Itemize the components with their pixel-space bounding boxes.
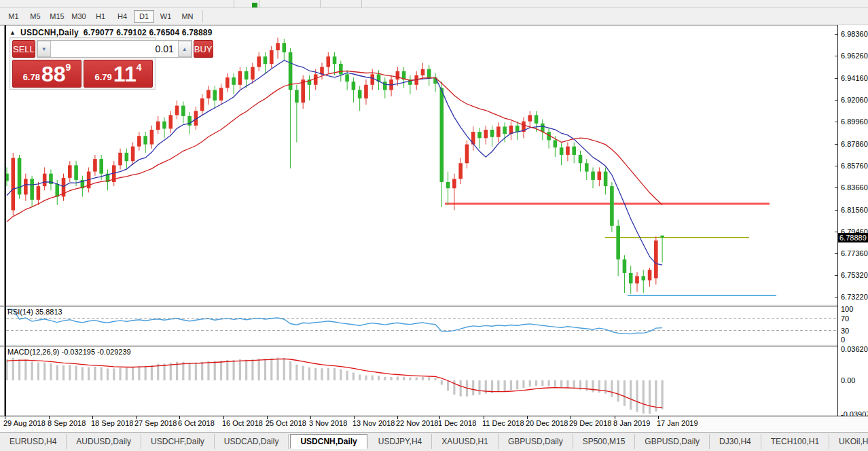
candle-body [270, 50, 274, 64]
chart-tab-xauusd-h1[interactable]: XAUUSD,H1 [432, 434, 499, 449]
sell-price-tile[interactable]: 6.78 88 9 [12, 60, 82, 88]
candle-body [396, 71, 400, 79]
chart-tab-tech100-h1[interactable]: TECH100,H1 [761, 434, 829, 449]
lot-size-input[interactable] [51, 41, 178, 57]
sell-button[interactable]: SELL [12, 40, 35, 58]
indicator-line [7, 71, 662, 222]
candle-body [648, 270, 652, 280]
candle-body [200, 98, 204, 111]
date-axis[interactable]: 29 Aug 20188 Sep 201818 Sep 201827 Sep 2… [0, 416, 868, 432]
timeframe-button-m1[interactable]: M1 [3, 10, 24, 23]
price-axis-label: 6.89960 [841, 118, 868, 126]
candle-body [168, 115, 173, 128]
macd-histogram-bar [541, 380, 543, 386]
top-toolbar-remnant [0, 0, 868, 8]
macd-histogram-bar [397, 376, 399, 380]
sell-price-main: 88 [41, 64, 66, 84]
chart-tab-usdjpy-h4[interactable]: USDJPY,H4 [369, 434, 432, 449]
chart-tab-ukoil-h1[interactable]: UKOil,H1 [829, 434, 868, 449]
macd-histogram-bar [151, 365, 153, 380]
macd-histogram-bar [327, 368, 329, 380]
candle-body [339, 64, 343, 74]
macd-histogram-bar [662, 380, 664, 410]
chart-tab-eurusd-h4[interactable]: EURUSD,H4 [0, 434, 67, 449]
macd-histogram-bar [276, 358, 278, 380]
macd-histogram-bar [604, 380, 607, 394]
candle-body [490, 130, 494, 137]
chart-tab-sp500-m15[interactable]: SP500,M15 [573, 434, 636, 449]
macd-histogram-bar [302, 366, 304, 380]
macd-histogram-bar [428, 377, 430, 380]
macd-pane-svg[interactable] [0, 347, 868, 416]
macd-histogram-bar [251, 359, 253, 380]
candle-body [421, 69, 425, 75]
candle-body [24, 179, 28, 194]
macd-histogram-bar [226, 360, 228, 380]
candle-body [623, 259, 627, 273]
rsi-pane-svg[interactable] [0, 307, 868, 344]
chart-symbol-label: USDCNH,Daily [20, 28, 79, 37]
candle-body [358, 90, 362, 98]
date-axis-label: 22 Nov 2018 [396, 419, 438, 427]
candle-body [579, 155, 583, 163]
price-axis-label: 6.77360 [841, 249, 868, 257]
candle-body [660, 236, 664, 238]
chart-tab-gbpusd-daily[interactable]: GBPUSD,Daily [635, 434, 710, 449]
macd-histogram-bar [333, 368, 336, 380]
macd-histogram-bar [447, 380, 449, 391]
macd-histogram-bar [378, 376, 380, 380]
price-axis-label: 6.85760 [841, 162, 868, 170]
buy-button[interactable]: BUY [194, 40, 213, 58]
macd-histogram-bar [441, 380, 443, 385]
timeframe-button-h1[interactable]: H1 [90, 10, 111, 23]
buy-price-tile[interactable]: 6.79 11 4 [84, 60, 153, 88]
chart-tab-usdcad-daily[interactable]: USDCAD,Daily [215, 434, 289, 449]
one-click-trading-panel: SELL ▼ ▲ BUY 6.78 88 9 6.79 11 4 [10, 37, 156, 90]
axis-separator-line [837, 25, 838, 416]
lot-decrease-button[interactable]: ▼ [37, 41, 51, 57]
buy-price-main: 11 [113, 64, 137, 84]
macd-histogram-bar [289, 361, 291, 380]
candle-body [137, 136, 141, 146]
rsi-axis-label: 0 [841, 336, 845, 344]
collapse-triangle-icon[interactable]: ▲ [10, 29, 16, 36]
macd-histogram-bar [189, 363, 191, 380]
candle-body [225, 77, 230, 88]
candle-body [541, 124, 545, 132]
chart-tab-dj30-h4[interactable]: DJ30,H4 [710, 434, 761, 449]
lot-increase-button[interactable]: ▲ [178, 41, 192, 57]
price-axis-label: 6.81560 [841, 206, 868, 214]
candle-body [610, 186, 614, 226]
chart-tab-gbpusd-daily[interactable]: GBPUSD,Daily [499, 434, 573, 449]
timeframe-button-m30[interactable]: M30 [69, 10, 89, 23]
candle-body [635, 276, 639, 284]
candle-body [131, 147, 135, 162]
candle-body [74, 165, 78, 180]
macd-histogram-bar [75, 365, 77, 380]
timeframe-button-d1[interactable]: D1 [134, 10, 154, 23]
chart-tab-audusd-daily[interactable]: AUDUSD,Daily [67, 434, 141, 449]
candle-body [118, 153, 122, 165]
timeframe-button-m15[interactable]: M15 [47, 10, 67, 23]
date-axis-label: 29 Aug 2018 [3, 419, 46, 427]
timeframe-button-h4[interactable]: H4 [112, 10, 132, 23]
macd-histogram-bar [107, 368, 109, 380]
candle-body [68, 165, 72, 177]
chart-tab-usdcnh-daily[interactable]: USDCNH,Daily [290, 434, 367, 449]
candle-body [283, 43, 287, 52]
candle-body [585, 163, 589, 171]
macd-histogram-bar [643, 380, 645, 414]
macd-histogram-bar [88, 367, 90, 380]
macd-histogram-bar [283, 358, 285, 380]
chart-tab-usdchf-daily[interactable]: USDCHF,Daily [141, 434, 215, 449]
macd-histogram-bar [346, 371, 348, 380]
macd-histogram-bar [56, 365, 58, 380]
macd-histogram-bar [258, 359, 260, 380]
macd-histogram-bar [592, 380, 594, 392]
timeframe-button-w1[interactable]: W1 [156, 10, 176, 23]
timeframe-button-m5[interactable]: M5 [25, 10, 46, 23]
timeframe-button-mn[interactable]: MN [177, 10, 198, 23]
candle-body [484, 130, 488, 138]
candle-body [295, 90, 299, 103]
candle-body [11, 158, 15, 211]
